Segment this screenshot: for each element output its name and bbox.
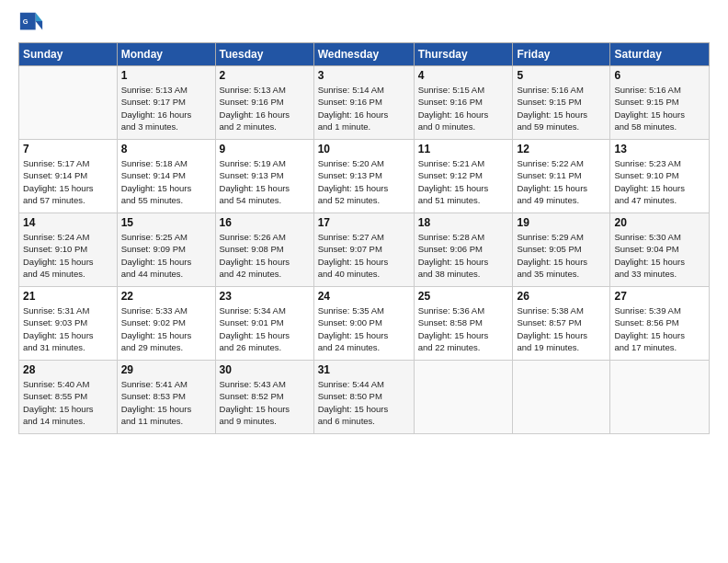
day-number: 10 bbox=[318, 143, 410, 155]
day-number: 27 bbox=[614, 290, 705, 303]
day-info: Sunrise: 5:19 AM Sunset: 9:13 PM Dayligh… bbox=[220, 157, 310, 206]
day-number: 20 bbox=[614, 216, 705, 229]
calendar-cell: 16Sunrise: 5:26 AM Sunset: 9:08 PM Dayli… bbox=[215, 213, 313, 287]
calendar-cell: 12Sunrise: 5:22 AM Sunset: 9:11 PM Dayli… bbox=[513, 140, 610, 213]
day-number: 19 bbox=[517, 216, 606, 229]
calendar-cell: 24Sunrise: 5:35 AM Sunset: 9:00 PM Dayli… bbox=[313, 287, 414, 361]
calendar-cell: 25Sunrise: 5:36 AM Sunset: 8:58 PM Dayli… bbox=[414, 287, 513, 361]
day-number: 26 bbox=[517, 290, 606, 303]
day-number: 12 bbox=[517, 143, 606, 155]
day-number: 5 bbox=[517, 69, 606, 82]
day-info: Sunrise: 5:30 AM Sunset: 9:04 PM Dayligh… bbox=[614, 231, 705, 280]
day-info: Sunrise: 5:13 AM Sunset: 9:17 PM Dayligh… bbox=[121, 84, 211, 132]
svg-text:G: G bbox=[23, 17, 28, 26]
day-number: 21 bbox=[23, 290, 113, 303]
calendar-cell: 27Sunrise: 5:39 AM Sunset: 8:56 PM Dayli… bbox=[610, 287, 710, 361]
calendar-cell: 14Sunrise: 5:24 AM Sunset: 9:10 PM Dayli… bbox=[19, 213, 118, 287]
day-number: 22 bbox=[121, 290, 211, 303]
day-number: 16 bbox=[220, 216, 310, 229]
calendar-cell bbox=[414, 361, 513, 434]
calendar-cell: 13Sunrise: 5:23 AM Sunset: 9:10 PM Dayli… bbox=[610, 140, 710, 213]
day-number: 15 bbox=[121, 216, 211, 229]
day-number: 9 bbox=[220, 143, 310, 155]
calendar-cell: 17Sunrise: 5:27 AM Sunset: 9:07 PM Dayli… bbox=[313, 213, 414, 287]
day-info: Sunrise: 5:25 AM Sunset: 9:09 PM Dayligh… bbox=[121, 231, 211, 280]
day-number: 18 bbox=[418, 216, 509, 229]
day-number: 8 bbox=[121, 143, 211, 155]
day-info: Sunrise: 5:13 AM Sunset: 9:16 PM Dayligh… bbox=[220, 84, 310, 132]
day-number: 3 bbox=[318, 69, 410, 82]
calendar-cell: 22Sunrise: 5:33 AM Sunset: 9:02 PM Dayli… bbox=[117, 287, 215, 361]
day-number: 17 bbox=[318, 216, 410, 229]
day-info: Sunrise: 5:36 AM Sunset: 8:58 PM Dayligh… bbox=[418, 304, 509, 353]
calendar-cell: 8Sunrise: 5:18 AM Sunset: 9:14 PM Daylig… bbox=[117, 140, 215, 213]
calendar-cell: 11Sunrise: 5:21 AM Sunset: 9:12 PM Dayli… bbox=[414, 140, 513, 213]
calendar-cell: 18Sunrise: 5:28 AM Sunset: 9:06 PM Dayli… bbox=[414, 213, 513, 287]
day-info: Sunrise: 5:39 AM Sunset: 8:56 PM Dayligh… bbox=[614, 304, 705, 353]
svg-marker-0 bbox=[36, 13, 42, 21]
day-info: Sunrise: 5:23 AM Sunset: 9:10 PM Dayligh… bbox=[614, 157, 705, 206]
calendar-week-row: 21Sunrise: 5:31 AM Sunset: 9:03 PM Dayli… bbox=[19, 287, 710, 361]
header-day: Wednesday bbox=[313, 43, 414, 66]
day-number: 29 bbox=[121, 363, 211, 376]
day-info: Sunrise: 5:28 AM Sunset: 9:06 PM Dayligh… bbox=[418, 231, 509, 280]
header-row: SundayMondayTuesdayWednesdayThursdayFrid… bbox=[19, 43, 710, 66]
logo-icon: G bbox=[18, 9, 44, 35]
day-number: 13 bbox=[614, 143, 705, 155]
header-day: Saturday bbox=[610, 43, 710, 66]
header-day: Tuesday bbox=[215, 43, 313, 66]
calendar-cell: 28Sunrise: 5:40 AM Sunset: 8:55 PM Dayli… bbox=[19, 361, 118, 434]
day-number: 2 bbox=[220, 69, 310, 82]
calendar-cell bbox=[610, 361, 710, 434]
day-info: Sunrise: 5:22 AM Sunset: 9:11 PM Dayligh… bbox=[517, 157, 606, 206]
day-info: Sunrise: 5:29 AM Sunset: 9:05 PM Dayligh… bbox=[517, 231, 606, 280]
day-info: Sunrise: 5:31 AM Sunset: 9:03 PM Dayligh… bbox=[23, 304, 113, 353]
calendar-cell: 10Sunrise: 5:20 AM Sunset: 9:13 PM Dayli… bbox=[313, 140, 414, 213]
calendar-cell: 30Sunrise: 5:43 AM Sunset: 8:52 PM Dayli… bbox=[215, 361, 313, 434]
header-day: Friday bbox=[513, 43, 610, 66]
calendar-week-row: 14Sunrise: 5:24 AM Sunset: 9:10 PM Dayli… bbox=[19, 213, 710, 287]
day-number: 1 bbox=[121, 69, 211, 82]
calendar-week-row: 1Sunrise: 5:13 AM Sunset: 9:17 PM Daylig… bbox=[19, 66, 710, 140]
day-number: 7 bbox=[23, 143, 113, 155]
day-info: Sunrise: 5:35 AM Sunset: 9:00 PM Dayligh… bbox=[318, 304, 410, 353]
header: G bbox=[18, 9, 710, 35]
calendar-cell: 9Sunrise: 5:19 AM Sunset: 9:13 PM Daylig… bbox=[215, 140, 313, 213]
calendar-cell: 2Sunrise: 5:13 AM Sunset: 9:16 PM Daylig… bbox=[215, 66, 313, 140]
day-number: 25 bbox=[418, 290, 509, 303]
day-info: Sunrise: 5:41 AM Sunset: 8:53 PM Dayligh… bbox=[121, 378, 211, 427]
calendar-table: SundayMondayTuesdayWednesdayThursdayFrid… bbox=[18, 42, 710, 434]
calendar-cell: 19Sunrise: 5:29 AM Sunset: 9:05 PM Dayli… bbox=[513, 213, 610, 287]
svg-marker-1 bbox=[36, 21, 42, 29]
day-number: 4 bbox=[418, 69, 509, 82]
day-info: Sunrise: 5:44 AM Sunset: 8:50 PM Dayligh… bbox=[318, 378, 410, 427]
page: G SundayMondayTuesdayWednesdayThursdayFr… bbox=[0, 0, 728, 443]
calendar-cell: 7Sunrise: 5:17 AM Sunset: 9:14 PM Daylig… bbox=[19, 140, 118, 213]
day-info: Sunrise: 5:33 AM Sunset: 9:02 PM Dayligh… bbox=[121, 304, 211, 353]
calendar-cell: 4Sunrise: 5:15 AM Sunset: 9:16 PM Daylig… bbox=[414, 66, 513, 140]
calendar-cell: 15Sunrise: 5:25 AM Sunset: 9:09 PM Dayli… bbox=[117, 213, 215, 287]
day-info: Sunrise: 5:40 AM Sunset: 8:55 PM Dayligh… bbox=[23, 378, 113, 427]
calendar-cell: 23Sunrise: 5:34 AM Sunset: 9:01 PM Dayli… bbox=[215, 287, 313, 361]
day-number: 11 bbox=[418, 143, 509, 155]
day-info: Sunrise: 5:26 AM Sunset: 9:08 PM Dayligh… bbox=[220, 231, 310, 280]
calendar-week-row: 7Sunrise: 5:17 AM Sunset: 9:14 PM Daylig… bbox=[19, 140, 710, 213]
calendar-week-row: 28Sunrise: 5:40 AM Sunset: 8:55 PM Dayli… bbox=[19, 361, 710, 434]
day-info: Sunrise: 5:17 AM Sunset: 9:14 PM Dayligh… bbox=[23, 157, 113, 206]
header-day: Thursday bbox=[414, 43, 513, 66]
day-number: 6 bbox=[614, 69, 705, 82]
day-info: Sunrise: 5:38 AM Sunset: 8:57 PM Dayligh… bbox=[517, 304, 606, 353]
day-number: 23 bbox=[220, 290, 310, 303]
day-info: Sunrise: 5:14 AM Sunset: 9:16 PM Dayligh… bbox=[318, 84, 410, 132]
day-info: Sunrise: 5:16 AM Sunset: 9:15 PM Dayligh… bbox=[517, 84, 606, 132]
header-day: Sunday bbox=[19, 43, 118, 66]
calendar-cell: 5Sunrise: 5:16 AM Sunset: 9:15 PM Daylig… bbox=[513, 66, 610, 140]
day-number: 30 bbox=[220, 363, 310, 376]
calendar-cell: 31Sunrise: 5:44 AM Sunset: 8:50 PM Dayli… bbox=[313, 361, 414, 434]
day-info: Sunrise: 5:15 AM Sunset: 9:16 PM Dayligh… bbox=[418, 84, 509, 132]
day-number: 28 bbox=[23, 363, 113, 376]
day-info: Sunrise: 5:24 AM Sunset: 9:10 PM Dayligh… bbox=[23, 231, 113, 280]
day-number: 14 bbox=[23, 216, 113, 229]
day-info: Sunrise: 5:34 AM Sunset: 9:01 PM Dayligh… bbox=[220, 304, 310, 353]
logo: G bbox=[18, 9, 48, 35]
